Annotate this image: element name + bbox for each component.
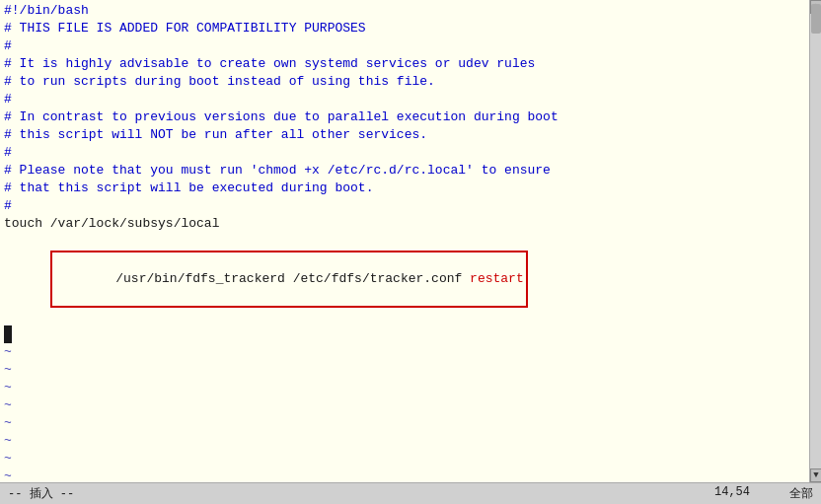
tilde-5: ~ xyxy=(4,414,805,432)
line-3: # xyxy=(4,37,805,55)
line-2: # THIS FILE IS ADDED FOR COMPATIBILITY P… xyxy=(4,20,805,37)
line-13: touch /var/lock/subsys/local xyxy=(4,215,805,233)
line-1: #!/bin/bash xyxy=(4,2,805,20)
scrollbar-thumb[interactable] xyxy=(811,4,821,34)
restart-keyword: restart xyxy=(470,271,524,286)
status-bar: -- 插入 -- 14,54 全部 xyxy=(0,482,821,504)
tilde-7: ~ xyxy=(4,450,805,468)
line-15 xyxy=(4,325,805,343)
line-7: # In contrast to previous versions due t… xyxy=(4,108,805,126)
tilde-8: ~ xyxy=(4,468,805,482)
line-14: /usr/bin/fdfs_trackerd /etc/fdfs/tracker… xyxy=(4,233,805,325)
line-4: # It is highly advisable to create own s… xyxy=(4,55,805,73)
tilde-6: ~ xyxy=(4,432,805,450)
tilde-4: ~ xyxy=(4,396,805,414)
line-8: # this script will NOT be run after all … xyxy=(4,126,805,144)
scroll-position: 全部 xyxy=(789,485,813,502)
line-9: # xyxy=(4,144,805,162)
content-area[interactable]: #!/bin/bash # THIS FILE IS ADDED FOR COM… xyxy=(0,0,809,482)
command-prefix: /usr/bin/fdfs_trackerd /etc/fdfs/tracker… xyxy=(115,271,470,286)
cursor-position: 14,54 xyxy=(714,485,750,502)
tilde-3: ~ xyxy=(4,379,805,396)
scrollbar[interactable]: ▲ ▼ xyxy=(809,0,821,482)
status-mode: -- 插入 -- xyxy=(8,485,74,502)
line-6: # xyxy=(4,91,805,108)
scrollbar-down-arrow[interactable]: ▼ xyxy=(810,468,821,482)
line-10: # Please note that you must run 'chmod +… xyxy=(4,162,805,180)
status-right: 14,54 全部 xyxy=(714,485,813,502)
tilde-1: ~ xyxy=(4,343,805,361)
line-5: # to run scripts during boot instead of … xyxy=(4,73,805,91)
tilde-2: ~ xyxy=(4,361,805,379)
line-11: # that this script will be executed duri… xyxy=(4,180,805,197)
editor-area: #!/bin/bash # THIS FILE IS ADDED FOR COM… xyxy=(0,0,821,482)
line-12: # xyxy=(4,197,805,215)
